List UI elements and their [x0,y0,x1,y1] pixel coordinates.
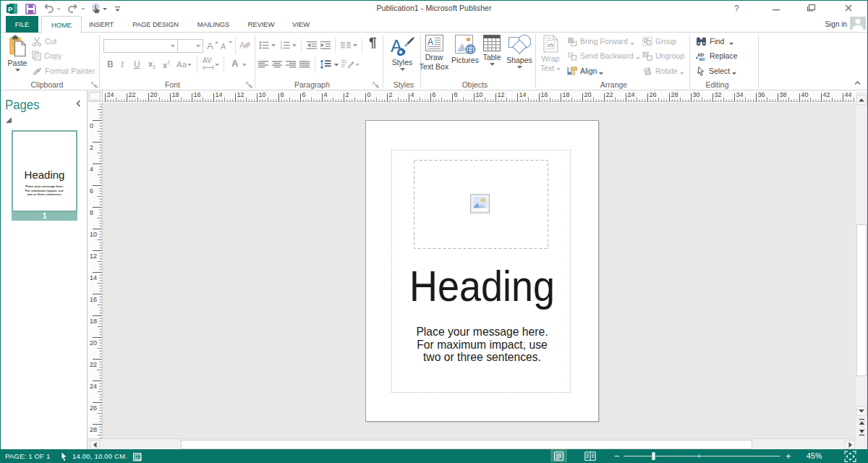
svg-text:4: 4 [90,166,93,173]
svg-text:18: 18 [90,318,97,325]
svg-text:14: 14 [216,91,223,98]
svg-text:2: 2 [346,91,349,98]
svg-text:0: 0 [367,91,371,98]
svg-text:10: 10 [259,91,266,98]
svg-text:ac: ac [699,56,705,61]
svg-text:16: 16 [194,91,201,98]
svg-text:44: 44 [845,91,852,98]
svg-text:30: 30 [693,91,700,98]
svg-text:12: 12 [498,91,505,98]
svg-text:6: 6 [90,187,93,195]
svg-text:22: 22 [90,361,97,368]
svg-text:20: 20 [584,91,592,98]
svg-text:20: 20 [90,339,97,347]
svg-text:10: 10 [90,231,97,238]
svg-text:6: 6 [302,91,306,98]
svg-text:A: A [427,37,433,47]
svg-text:14: 14 [90,274,97,281]
svg-text:18: 18 [172,91,179,98]
svg-text:20: 20 [150,91,158,98]
svg-text:18: 18 [563,91,570,98]
svg-text:4: 4 [411,91,414,98]
svg-text:2: 2 [389,91,393,98]
svg-text:28: 28 [671,91,678,98]
svg-text:12: 12 [90,252,97,260]
svg-text:6: 6 [433,91,436,98]
svg-text:26: 26 [90,404,97,412]
svg-text:34: 34 [736,91,744,98]
svg-text:A: A [239,41,245,51]
svg-text:4: 4 [324,91,328,98]
svg-text:36: 36 [758,91,765,98]
svg-text:12: 12 [237,91,244,98]
svg-text:32: 32 [715,91,722,98]
svg-text:2: 2 [90,144,93,151]
svg-text:14: 14 [519,91,527,98]
svg-text:8: 8 [454,91,458,98]
svg-text:42: 42 [823,91,830,98]
svg-text:3: 3 [281,47,283,50]
svg-text:XY: XY [136,456,142,460]
svg-text:16: 16 [541,91,548,98]
svg-text:26: 26 [650,91,657,98]
svg-text:0: 0 [90,122,93,129]
svg-text:28: 28 [90,426,97,433]
svg-text:A: A [221,42,226,50]
svg-text:40: 40 [801,91,809,98]
svg-text:22: 22 [129,91,136,98]
svg-text:10: 10 [476,91,483,98]
svg-text:38: 38 [780,91,787,98]
svg-text:8: 8 [281,91,284,98]
svg-text:24: 24 [90,383,97,390]
svg-text:22: 22 [606,91,613,98]
svg-text:24: 24 [107,91,114,98]
svg-text:24: 24 [628,91,635,98]
svg-text:16: 16 [90,296,97,303]
svg-text:A: A [207,41,213,50]
svg-text:8: 8 [90,209,93,216]
